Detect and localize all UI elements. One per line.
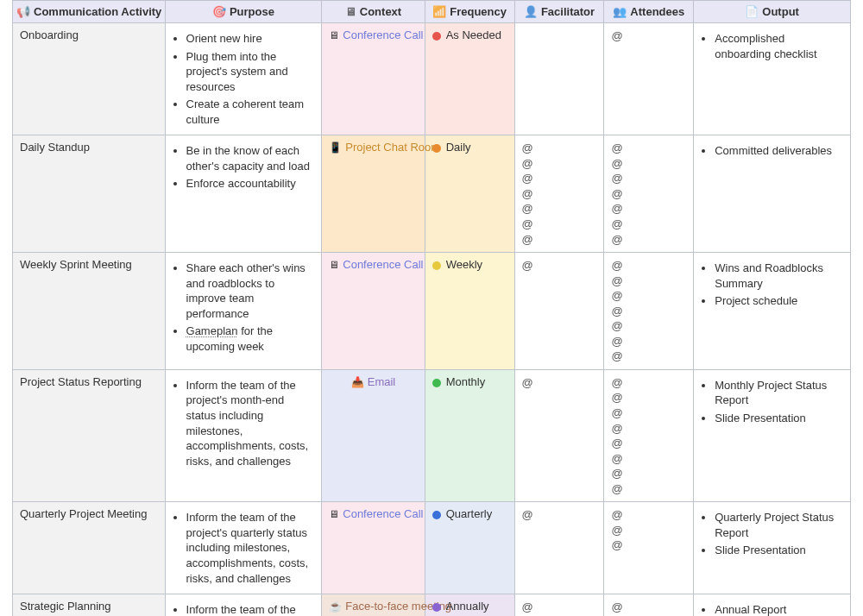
attendees-cell[interactable]: @ bbox=[604, 23, 694, 135]
avatar[interactable]: @ bbox=[611, 390, 686, 405]
target-icon: 🎯 bbox=[212, 5, 226, 18]
avatar[interactable]: @ bbox=[522, 186, 597, 202]
output-cell[interactable]: Quarterly Project Status ReportSlide Pre… bbox=[694, 502, 851, 594]
output-item: Accomplished onboarding checklist bbox=[715, 31, 843, 61]
purpose-item: Be in the know of each other's capacity … bbox=[186, 143, 315, 173]
context-cell[interactable]: ☕Face-to-face meeting bbox=[322, 594, 425, 616]
frequency-cell[interactable]: As Needed bbox=[425, 23, 514, 135]
avatar[interactable]: @ bbox=[522, 232, 597, 248]
avatar[interactable]: @ bbox=[611, 232, 686, 248]
avatar[interactable]: @ bbox=[611, 466, 686, 481]
activity-name[interactable]: Project Status Reporting bbox=[13, 369, 166, 501]
purpose-item: Inform the team of the project's annual … bbox=[186, 602, 315, 616]
attendees-cell[interactable]: @@@@@@@ bbox=[604, 253, 694, 370]
context-cell[interactable]: 📱Project Chat Room bbox=[322, 135, 425, 253]
table-row: OnboardingOrient new hirePlug them into … bbox=[13, 23, 851, 135]
activity-name[interactable]: Onboarding bbox=[13, 23, 166, 135]
context-cell[interactable]: 🖥Conference Call bbox=[322, 23, 425, 135]
col-purpose[interactable]: 🎯Purpose bbox=[165, 1, 322, 23]
table-row: Project Status ReportingInform the team … bbox=[13, 369, 851, 501]
output-cell[interactable]: Accomplished onboarding checklist bbox=[694, 23, 851, 135]
avatar[interactable]: @ bbox=[611, 171, 686, 186]
avatar[interactable]: @ bbox=[611, 258, 686, 273]
avatar[interactable]: @ bbox=[611, 523, 686, 538]
avatar[interactable]: @ bbox=[611, 156, 686, 172]
context-cell[interactable]: 🖥Conference Call bbox=[322, 502, 425, 594]
avatar[interactable]: @ bbox=[611, 375, 686, 391]
purpose-cell[interactable]: Be in the know of each other's capacity … bbox=[165, 135, 322, 253]
purpose-cell[interactable]: Inform the team of the project's month-e… bbox=[165, 369, 322, 501]
avatar[interactable]: @ bbox=[522, 375, 597, 391]
output-cell[interactable]: Wins and Roadblocks SummaryProject sched… bbox=[694, 253, 851, 370]
frequency-cell[interactable]: Annually bbox=[425, 594, 514, 616]
avatar[interactable]: @ bbox=[522, 156, 597, 172]
purpose-cell[interactable]: Inform the team of the project's annual … bbox=[165, 594, 322, 616]
purpose-cell[interactable]: Share each other's wins and roadblocks t… bbox=[165, 253, 322, 370]
purpose-item: Enforce accountability bbox=[186, 176, 315, 192]
avatar[interactable]: @ bbox=[611, 421, 686, 437]
attendees-cell[interactable]: @@@ bbox=[604, 502, 694, 594]
attendees-cell[interactable]: @@@@@@@@ bbox=[604, 369, 694, 501]
output-cell[interactable]: Committed deliverables bbox=[694, 135, 851, 253]
activity-name[interactable]: Weekly Sprint Meeting bbox=[13, 253, 166, 370]
avatar[interactable]: @ bbox=[611, 217, 686, 232]
facilitator-cell[interactable]: @ bbox=[514, 594, 604, 616]
avatar[interactable]: @ bbox=[522, 217, 597, 232]
avatar[interactable]: @ bbox=[522, 171, 597, 186]
avatar[interactable]: @ bbox=[611, 481, 686, 497]
avatar[interactable]: @ bbox=[522, 600, 597, 615]
avatar[interactable]: @ bbox=[611, 201, 686, 217]
col-output[interactable]: 📄Output bbox=[694, 1, 851, 23]
avatar[interactable]: @ bbox=[611, 28, 686, 44]
col-activity[interactable]: 📢Communication Activity bbox=[13, 1, 166, 23]
avatar[interactable]: @ bbox=[611, 436, 686, 451]
purpose-cell[interactable]: Orient new hirePlug them into the projec… bbox=[165, 23, 322, 135]
facilitator-cell[interactable]: @ bbox=[514, 502, 604, 594]
activity-name[interactable]: Strategic Planning bbox=[13, 594, 166, 616]
col-context[interactable]: 🖥Context bbox=[322, 1, 425, 23]
facilitator-cell[interactable]: @ bbox=[514, 253, 604, 370]
context-label: Project Chat Room bbox=[345, 141, 440, 154]
avatar[interactable]: @ bbox=[522, 258, 597, 273]
avatar[interactable]: @ bbox=[611, 318, 686, 334]
purpose-item: Orient new hire bbox=[186, 31, 315, 47]
col-frequency[interactable]: 📶Frequency bbox=[425, 1, 514, 23]
frequency-cell[interactable]: Monthly bbox=[425, 369, 514, 501]
facilitator-cell[interactable] bbox=[514, 23, 604, 135]
avatar[interactable]: @ bbox=[522, 507, 597, 523]
avatar[interactable]: @ bbox=[611, 600, 686, 615]
person-icon: 👤 bbox=[524, 5, 538, 18]
avatar[interactable]: @ bbox=[611, 349, 686, 364]
megaphone-icon: 📢 bbox=[16, 5, 30, 18]
avatar[interactable]: @ bbox=[611, 141, 686, 156]
attendees-cell[interactable]: @@@ bbox=[604, 594, 694, 616]
context-cell[interactable]: 🖥Conference Call bbox=[322, 253, 425, 370]
attendees-cell[interactable]: @@@@@@@ bbox=[604, 135, 694, 253]
avatar[interactable]: @ bbox=[522, 141, 597, 156]
col-facilitator[interactable]: 👤Facilitator bbox=[514, 1, 604, 23]
context-cell[interactable]: 📥Email bbox=[322, 369, 425, 501]
avatar[interactable]: @ bbox=[522, 201, 597, 217]
activity-name[interactable]: Quarterly Project Meeting bbox=[13, 502, 166, 594]
output-item: Project schedule bbox=[715, 293, 843, 309]
avatar[interactable]: @ bbox=[611, 304, 686, 319]
activity-name[interactable]: Daily Standup bbox=[13, 135, 166, 253]
avatar[interactable]: @ bbox=[611, 288, 686, 304]
frequency-cell[interactable]: Weekly bbox=[425, 253, 514, 370]
avatar[interactable]: @ bbox=[611, 537, 686, 553]
purpose-cell[interactable]: Inform the team of the project's quarter… bbox=[165, 502, 322, 594]
avatar[interactable]: @ bbox=[611, 186, 686, 202]
frequency-dot-icon bbox=[432, 144, 441, 153]
avatar[interactable]: @ bbox=[611, 273, 686, 289]
col-attendees[interactable]: 👥Attendees bbox=[604, 1, 694, 23]
avatar[interactable]: @ bbox=[611, 334, 686, 349]
output-cell[interactable]: Annual ReportSlide Presentation bbox=[694, 594, 851, 616]
avatar[interactable]: @ bbox=[611, 405, 686, 421]
avatar[interactable]: @ bbox=[611, 507, 686, 523]
frequency-cell[interactable]: Daily bbox=[425, 135, 514, 253]
facilitator-cell[interactable]: @@@@@@@ bbox=[514, 135, 604, 253]
frequency-cell[interactable]: Quarterly bbox=[425, 502, 514, 594]
avatar[interactable]: @ bbox=[611, 451, 686, 467]
output-cell[interactable]: Monthly Project Status ReportSlide Prese… bbox=[694, 369, 851, 501]
facilitator-cell[interactable]: @ bbox=[514, 369, 604, 501]
